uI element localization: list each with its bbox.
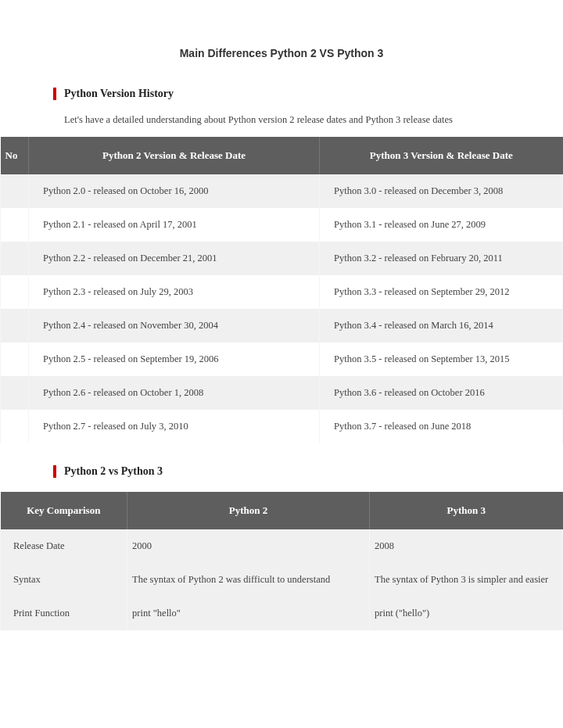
section-heading-text: Python 2 vs Python 3 <box>64 465 163 478</box>
cell-python3: Python 3.4 - released on March 16, 2014 <box>320 309 563 342</box>
document-page: Main Differences Python 2 VS Python 3 Py… <box>0 0 563 683</box>
col-header-no: No <box>1 137 29 174</box>
table-row: Python 2.0 - released on October 16, 200… <box>1 174 563 208</box>
cell-python3: Python 3.1 - released on June 27, 2009 <box>320 208 563 242</box>
cell-no <box>1 275 29 309</box>
cell-python3: Python 3.7 - released on June 2018 <box>320 410 563 443</box>
cell-python2: Python 2.3 - released on July 29, 2003 <box>29 275 320 309</box>
section-heading-text: Python Version History <box>64 88 174 100</box>
cell-python2: The syntax of Python 2 was difficult to … <box>127 563 370 597</box>
table-row: Release Date20002008 <box>1 529 563 563</box>
table-row: Print Functionprint "hello"print ("hello… <box>1 597 563 630</box>
cell-no <box>1 174 29 208</box>
main-title: Main Differences Python 2 VS Python 3 <box>0 47 563 59</box>
cell-no <box>1 309 29 342</box>
table-row: Python 2.5 - released on September 19, 2… <box>1 342 563 376</box>
section-heading-history: Python Version History <box>53 88 563 100</box>
cell-python2: Python 2.5 - released on September 19, 2… <box>29 342 320 376</box>
table-row: Python 2.6 - released on October 1, 2008… <box>1 376 563 410</box>
col-header-key: Key Comparison <box>1 492 127 529</box>
col-header-python2: Python 2 Version & Release Date <box>29 137 320 174</box>
section-heading-compare: Python 2 vs Python 3 <box>53 465 563 478</box>
table-row: Python 2.7 - released on July 3, 2010Pyt… <box>1 410 563 443</box>
cell-python3: Python 3.6 - released on October 2016 <box>320 376 563 410</box>
col-header-python3: Python 3 Version & Release Date <box>320 137 563 174</box>
cell-python3: Python 3.3 - released on September 29, 2… <box>320 275 563 309</box>
cell-python2: Python 2.2 - released on December 21, 20… <box>29 242 320 275</box>
table-row: Python 2.4 - released on November 30, 20… <box>1 309 563 342</box>
cell-python3: 2008 <box>370 529 563 563</box>
table-row: Python 2.2 - released on December 21, 20… <box>1 242 563 275</box>
cell-key: Release Date <box>1 529 127 563</box>
cell-python3: print ("hello") <box>370 597 563 630</box>
cell-python2: Python 2.0 - released on October 16, 200… <box>29 174 320 208</box>
cell-key: Print Function <box>1 597 127 630</box>
cell-python2: print "hello" <box>127 597 370 630</box>
cell-no <box>1 242 29 275</box>
comparison-table: Key Comparison Python 2 Python 3 Release… <box>0 492 563 630</box>
cell-python3: Python 3.0 - released on December 3, 200… <box>320 174 563 208</box>
version-history-table: No Python 2 Version & Release Date Pytho… <box>0 137 563 443</box>
cell-no <box>1 208 29 242</box>
cell-no <box>1 342 29 376</box>
cell-python3: Python 3.5 - released on September 13, 2… <box>320 342 563 376</box>
col-header-python2: Python 2 <box>127 492 370 529</box>
accent-bar-icon <box>53 88 56 100</box>
cell-python3: Python 3.2 - released on February 20, 20… <box>320 242 563 275</box>
cell-python2: Python 2.6 - released on October 1, 2008 <box>29 376 320 410</box>
table-row: SyntaxThe syntax of Python 2 was difficu… <box>1 563 563 597</box>
table-header-row: Key Comparison Python 2 Python 3 <box>1 492 563 529</box>
accent-bar-icon <box>53 465 56 478</box>
cell-no <box>1 376 29 410</box>
cell-no <box>1 410 29 443</box>
intro-text: Let's have a detailed understanding abou… <box>64 114 563 126</box>
cell-key: Syntax <box>1 563 127 597</box>
cell-python2: 2000 <box>127 529 370 563</box>
cell-python2: Python 2.7 - released on July 3, 2010 <box>29 410 320 443</box>
table-row: Python 2.3 - released on July 29, 2003Py… <box>1 275 563 309</box>
table-row: Python 2.1 - released on April 17, 2001P… <box>1 208 563 242</box>
col-header-python3: Python 3 <box>370 492 563 529</box>
cell-python2: Python 2.4 - released on November 30, 20… <box>29 309 320 342</box>
table-header-row: No Python 2 Version & Release Date Pytho… <box>1 137 563 174</box>
cell-python2: Python 2.1 - released on April 17, 2001 <box>29 208 320 242</box>
cell-python3: The syntax of Python 3 is simpler and ea… <box>370 563 563 597</box>
